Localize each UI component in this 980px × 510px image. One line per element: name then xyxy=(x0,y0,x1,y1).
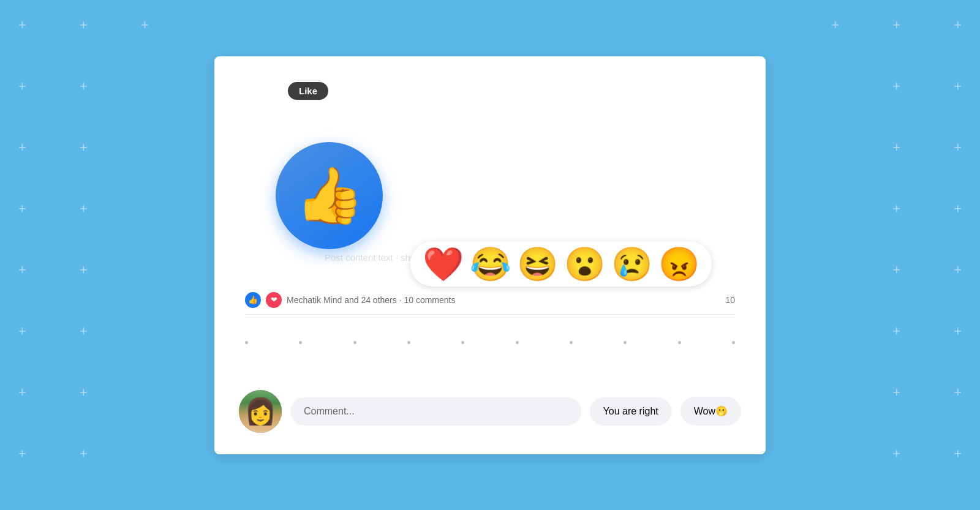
plus-icon: + xyxy=(80,263,88,277)
plus-icon: + xyxy=(892,141,900,154)
suggestion1-label: You are right xyxy=(603,406,658,416)
haha2-reaction[interactable]: 😆 xyxy=(517,247,558,280)
plus-icon: + xyxy=(831,18,839,32)
post-card: Like Post content text · shared by someo… xyxy=(214,56,766,454)
plus-icon: + xyxy=(80,386,88,399)
wow-reaction[interactable]: 😮 xyxy=(564,247,605,280)
plus-icon: + xyxy=(954,80,962,93)
like-tooltip: Like xyxy=(288,82,328,100)
comment-placeholder: Comment... xyxy=(304,406,355,416)
plus-icon: + xyxy=(892,386,900,399)
plus-icon: + xyxy=(18,324,26,338)
dot xyxy=(299,341,302,344)
tooltip-label: Like xyxy=(299,86,317,96)
plus-icon: + xyxy=(954,386,962,399)
dot xyxy=(461,341,464,344)
plus-icon: + xyxy=(80,447,88,460)
dot xyxy=(407,341,410,344)
plus-icon: + xyxy=(80,80,88,93)
sad-reaction[interactable]: 😢 xyxy=(611,247,652,280)
stats-text: Mechatik Mind and 24 others · 10 comment… xyxy=(287,295,720,305)
plus-icon: + xyxy=(18,386,26,399)
like-circle[interactable]: 👍 xyxy=(276,142,383,249)
suggestion-chip-you-are-right[interactable]: You are right xyxy=(590,397,672,426)
plus-icon: + xyxy=(892,447,900,460)
dot xyxy=(732,341,735,344)
share-count: 10 xyxy=(725,295,735,305)
dot xyxy=(678,341,681,344)
plus-icon: + xyxy=(954,324,962,338)
plus-icon: + xyxy=(954,202,962,216)
plus-icon: + xyxy=(954,141,962,154)
big-like-button[interactable]: 👍 xyxy=(276,142,383,249)
plus-icon: + xyxy=(141,18,149,32)
like-count-icon: 👍 xyxy=(245,292,261,308)
plus-icon: + xyxy=(80,141,88,154)
plus-icon: + xyxy=(18,447,26,460)
dot xyxy=(245,341,248,344)
plus-icon: + xyxy=(80,202,88,216)
suggestion2-label: Wow🫢 xyxy=(694,406,728,416)
plus-icon: + xyxy=(18,80,26,93)
plus-icon: + xyxy=(80,324,88,338)
angry-reaction[interactable]: 😠 xyxy=(658,247,699,280)
comment-area: Comment... You are right Wow🫢 xyxy=(239,390,741,433)
plus-icon: + xyxy=(892,324,900,338)
reaction-bar: ❤️ 😂 😆 😮 😢 😠 xyxy=(410,241,712,287)
plus-icon: + xyxy=(892,202,900,216)
dot xyxy=(570,341,573,344)
suggestion-chip-wow[interactable]: Wow🫢 xyxy=(680,397,741,426)
dot xyxy=(624,341,627,344)
plus-icon: + xyxy=(892,263,900,277)
dot xyxy=(353,341,356,344)
plus-icon: + xyxy=(18,18,26,32)
post-stats-row: 👍 ❤ Mechatik Mind and 24 others · 10 com… xyxy=(245,286,735,315)
plus-icon: + xyxy=(954,263,962,277)
avatar xyxy=(239,390,282,433)
love-reaction[interactable]: ❤️ xyxy=(423,247,464,280)
love-count-icon: ❤ xyxy=(266,292,282,308)
plus-icon: + xyxy=(892,18,900,32)
plus-icon: + xyxy=(18,141,26,154)
plus-icon: + xyxy=(80,18,88,32)
plus-icon: + xyxy=(954,447,962,460)
dots-divider xyxy=(245,341,735,344)
plus-icon: + xyxy=(18,263,26,277)
plus-icon: + xyxy=(18,202,26,216)
thumbs-up-icon: 👍 xyxy=(295,168,364,223)
plus-icon: + xyxy=(892,80,900,93)
dot xyxy=(516,341,519,344)
comment-input[interactable]: Comment... xyxy=(290,397,581,426)
plus-icon: + xyxy=(954,18,962,32)
haha-reaction[interactable]: 😂 xyxy=(470,247,511,280)
